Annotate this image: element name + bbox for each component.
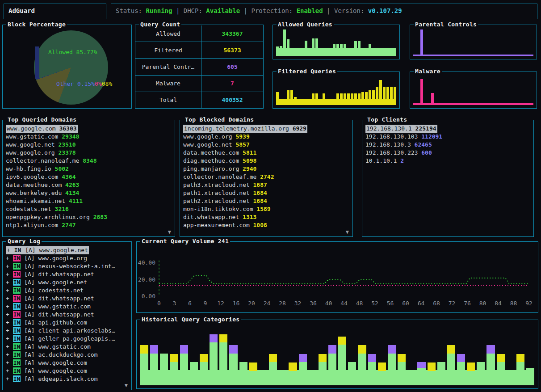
stacked-bar: [507, 327, 515, 385]
log-record-type: [A]: [21, 367, 38, 374]
list-item[interactable]: www.berkeley.edu 4134: [6, 189, 172, 197]
allowed-segment: [219, 342, 227, 385]
list-item[interactable]: data.meethue.com 5811: [183, 149, 349, 157]
allowed-segment: [477, 362, 485, 385]
list-item-count: 5811: [243, 149, 256, 156]
list-item[interactable]: 10.1.10.1 2: [365, 157, 530, 165]
allowed-segment: [388, 354, 396, 386]
allowed-segment: [150, 354, 158, 386]
list-item-name: ww-hb.fing.io: [6, 165, 55, 172]
query-log-row[interactable]: + IN [A] dit.whatsapp.net: [6, 295, 128, 303]
list-item[interactable]: incoming.telemetry.mozilla.org 6929: [183, 125, 307, 133]
query-log-row[interactable]: + IN [A] dit.whatsapp.net: [6, 311, 128, 319]
query-log-row[interactable]: + IN [A] ac.duckduckgo.com: [6, 351, 128, 359]
svg-text:40.00: 40.00: [138, 259, 155, 266]
svg-text:20: 20: [248, 300, 255, 307]
log-record-type: [A]: [21, 271, 38, 278]
log-domain: dit.whatsapp.net: [38, 271, 94, 278]
svg-text:84: 84: [495, 300, 502, 307]
query-log-row[interactable]: + IN [A] www.google.net: [6, 246, 89, 254]
query-log-row[interactable]: + IN [A] api.github.com: [6, 319, 128, 327]
svg-text:44: 44: [340, 300, 348, 307]
list-item[interactable]: mon-i18n.tiktokv.com 1589: [183, 205, 349, 213]
svg-text:68: 68: [433, 300, 440, 307]
list-item-count: 62465: [415, 141, 432, 148]
log-domain: client-api.arkoselabs…: [38, 327, 115, 334]
list-item[interactable]: www.google.org 23378: [6, 149, 172, 157]
stacked-bar: [299, 327, 307, 385]
query-log-row[interactable]: + IN [A] www.google.org: [6, 254, 128, 262]
list-item-count: 600: [421, 149, 432, 156]
list-item[interactable]: www.gstatic.com 29348: [6, 133, 172, 141]
list-item[interactable]: path2.xtracloud.net 1684: [183, 197, 349, 205]
log-record-type: [A]: [21, 295, 38, 302]
list-item[interactable]: 192.168.130.223 600: [365, 149, 530, 157]
svg-text:40: 40: [325, 300, 332, 307]
log-type-badge: IN: [13, 303, 21, 310]
status-panel: Status: Running | DHCP: Available | Prot…: [111, 4, 537, 19]
stacked-bar: [190, 327, 198, 385]
list-item[interactable]: path3.xtracloud.net 1687: [183, 181, 349, 189]
log-type-badge: IN: [13, 335, 21, 342]
query-log-row[interactable]: + IN [A] www.google.com: [6, 359, 128, 367]
pie-slice-label: 08%: [102, 80, 112, 87]
query-log-row[interactable]: + IN [A] www.gstatic.com: [6, 303, 128, 311]
list-item[interactable]: path1.xtracloud.net 1684: [183, 189, 349, 197]
allowed-segment: [516, 362, 524, 385]
list-item-count: 2940: [243, 165, 256, 172]
list-item[interactable]: codestats.net 3216: [6, 205, 172, 213]
list-item-count: 112091: [421, 133, 442, 140]
pie-label-other: Other 0.15%0%08%: [56, 80, 112, 87]
log-type-badge: IN: [14, 247, 22, 253]
log-prefix: +: [6, 279, 13, 286]
list-item-name: collector.nanoleaf.me: [6, 157, 83, 164]
query-log-row[interactable]: + IN [A] codestats.net: [6, 287, 128, 295]
list-item[interactable]: app-measurement.com 1008: [183, 221, 349, 229]
list-item[interactable]: 192.168.130.3 62465: [365, 141, 530, 149]
list-item[interactable]: www.google.org 5939: [183, 133, 349, 141]
parental-controls-chart: [413, 30, 533, 56]
list-item[interactable]: www.google.com 36303: [6, 125, 78, 133]
query-log-row[interactable]: + IN [A] geller-pa.googleapis.…: [6, 335, 128, 343]
log-record-type: [A]: [21, 287, 38, 294]
query-log-row[interactable]: + IN [A] www.google.net: [6, 278, 128, 287]
filtered-segment: [289, 362, 297, 371]
list-item[interactable]: whoami.akamai.net 4111: [6, 197, 172, 205]
list-item[interactable]: data.meethue.com 4263: [6, 181, 172, 189]
log-prefix: +: [6, 303, 13, 310]
query-log-row[interactable]: + IN [A] edgeapi.slack.com: [6, 375, 128, 383]
list-item[interactable]: www.google.net 5857: [183, 141, 349, 149]
svg-text:56: 56: [387, 300, 394, 307]
query-log-row[interactable]: + IN [A] www.google.com: [6, 367, 128, 375]
list-item[interactable]: collector.nanoleaf.me 2742: [183, 173, 349, 181]
filtered-segment: [170, 354, 178, 362]
list-item[interactable]: ww-hb.fing.io 5002: [6, 165, 172, 173]
stacked-bar: [437, 327, 445, 385]
list-item-count: 23510: [58, 141, 75, 148]
log-domain: www.gstatic.com: [38, 303, 90, 310]
log-record-type: [A]: [21, 327, 38, 334]
query-log-row[interactable]: + IN [A] www.gstatic.com: [6, 343, 128, 351]
query-log-row[interactable]: + IN [A] dit.whatsapp.net: [6, 270, 128, 278]
list-item[interactable]: 192.168.130.103 112091: [365, 133, 530, 141]
query-count-value: 56373: [201, 42, 263, 58]
stacked-bar: [457, 327, 465, 385]
list-item[interactable]: 192.168.130.1 225194: [365, 125, 437, 133]
query-log-row[interactable]: + IN [A] nexus-websocket-a.int…: [6, 262, 128, 270]
list-item[interactable]: openpgpkey.archlinux.org 2883: [6, 213, 172, 221]
list-item[interactable]: collector.nanoleaf.me 8348: [6, 157, 172, 165]
list-item[interactable]: ping.manjaro.org 2940: [183, 165, 349, 173]
list-item[interactable]: ntp1.aliyun.com 2747: [6, 221, 172, 229]
list-item[interactable]: diag.meethue.com 5098: [183, 157, 349, 165]
list-item[interactable]: www.google.net 23510: [6, 141, 172, 149]
svg-text:3: 3: [173, 300, 176, 307]
list-item-count: 1313: [243, 214, 256, 220]
allowed-queries-title: Allowed Queries: [277, 21, 334, 28]
allowed-segment: [417, 368, 425, 385]
list-item-count: 29348: [62, 133, 79, 140]
svg-text:0: 0: [157, 300, 161, 307]
allowed-segment: [407, 371, 415, 386]
list-item[interactable]: ipv6.google.com 4364: [6, 173, 172, 181]
list-item[interactable]: dit.whatsapp.net 1313: [183, 213, 349, 221]
query-log-row[interactable]: + IN [A] client-api.arkoselabs…: [6, 327, 128, 335]
